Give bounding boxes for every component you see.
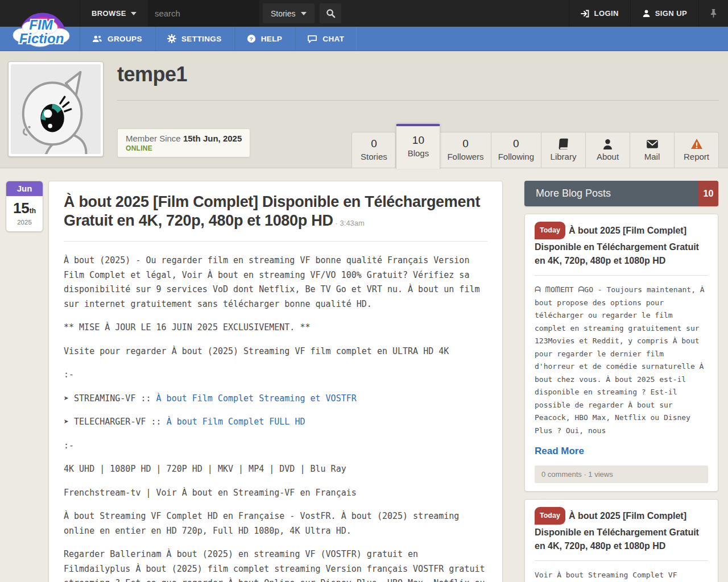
sub-navbar: GROUPS SET	[0, 27, 728, 51]
streaming-prefix: ➤ STREAMING-VF ::	[64, 393, 156, 404]
paragraph: :-	[64, 368, 487, 383]
nav-chat[interactable]: CHAT	[295, 27, 357, 51]
tab-blogs[interactable]: 10 Blogs	[396, 124, 440, 169]
sidebar-blog-card: TodayÀ bout 2025 [Film Complet] Disponib…	[524, 214, 718, 492]
tab-stories[interactable]: 0 Stories	[351, 132, 396, 168]
pin-toggle[interactable]	[698, 0, 728, 27]
search-input[interactable]	[155, 9, 253, 18]
svg-text:?: ?	[249, 36, 253, 42]
avatar[interactable]	[8, 61, 104, 157]
browse-label: BROWSE	[92, 9, 126, 18]
user-icon	[642, 9, 651, 18]
paragraph: Visite pour regarder À bout (2025) Strea…	[64, 344, 487, 359]
member-since-label: Member Since	[126, 134, 181, 143]
paragraph: 4K UHD | 1080P HD | 720P HD | MKV | MP4 …	[64, 462, 487, 477]
sidebar-post-excerpt: Voir À bout Streaming Complet VF Regarde…	[535, 569, 708, 582]
chevron-down-icon	[131, 12, 136, 15]
groups-icon	[92, 35, 102, 43]
paragraph: ** MISE À JOUR LE 16 JUIN 2025 EXCLUSIVE…	[64, 321, 487, 335]
search-button[interactable]	[320, 3, 341, 23]
login-label: LOGIN	[594, 9, 619, 18]
search-scope-dropdown[interactable]: Stories	[263, 3, 315, 23]
search-scope-value: Stories	[271, 9, 296, 18]
divider	[535, 560, 708, 561]
blog-post-body: À bout (2025) - Ou regarder film en stre…	[64, 253, 487, 582]
sidebar-title: More Blog Posts	[524, 181, 718, 206]
top-navbar: BROWSE Stories	[0, 0, 728, 27]
login-button[interactable]: LOGIN	[569, 0, 630, 27]
gear-icon	[167, 34, 176, 43]
paragraph: :-	[64, 439, 487, 454]
today-badge: Today	[535, 507, 565, 525]
blog-count-badge: 10	[698, 181, 718, 206]
telecharger-prefix: ➤ TELECHARGER-VF ::	[64, 417, 167, 427]
help-icon: ?	[247, 34, 256, 43]
fimfiction-logo[interactable]: FIM Fiction	[10, 2, 74, 49]
logo-text-fiction: Fiction	[19, 31, 64, 46]
page-title-username: tempe1	[117, 63, 187, 86]
tab-mail[interactable]: Mail	[630, 132, 675, 168]
profile-tabs: 0 Stories 10 Blogs 0 Followers 0 Followi…	[351, 124, 719, 168]
login-icon	[581, 9, 590, 18]
content-area: Jun 15th 2025 À bout 2025 [Film Complet]…	[0, 169, 728, 582]
signup-button[interactable]: SIGN UP	[630, 0, 698, 27]
chevron-down-icon	[301, 12, 307, 15]
nav-help[interactable]: ? HELP	[234, 27, 295, 51]
blog-post-card: À bout 2025 [Film Complet] Disponible en…	[48, 181, 503, 582]
blog-date-month: Jun	[6, 181, 43, 196]
sidebar-post-title[interactable]: TodayÀ bout 2025 [Film Complet] Disponib…	[535, 223, 708, 268]
divider	[64, 241, 487, 242]
page: BROWSE Stories	[0, 0, 728, 582]
pin-icon	[709, 9, 718, 18]
sidebar-post-title[interactable]: TodayÀ bout 2025 [Film Complet] Disponib…	[535, 508, 708, 553]
signup-label: SIGN UP	[655, 9, 687, 18]
comments-views-bar: 0 comments · 1 views	[535, 465, 708, 483]
status-badge: ONLINE	[126, 144, 242, 152]
search-icon	[326, 9, 336, 18]
nav-groups-label: GROUPS	[107, 35, 142, 43]
nav-help-label: HELP	[261, 35, 283, 43]
paragraph: ➤ TELECHARGER-VF :: À bout Film Complet …	[64, 415, 487, 430]
browse-menu[interactable]: BROWSE	[80, 0, 148, 27]
divider	[117, 100, 719, 101]
blog-post-timestamp: · 3:43am	[336, 219, 365, 227]
blog-date-day: 15th	[6, 196, 43, 218]
logo-text-fim: FIM	[29, 17, 53, 32]
warning-icon	[690, 137, 703, 151]
tab-report[interactable]: Report	[675, 132, 719, 168]
blog-date-badge: Jun 15th 2025	[6, 181, 43, 232]
more-blog-posts-header: More Blog Posts 10	[524, 181, 718, 206]
read-more-link[interactable]: Read More	[535, 446, 584, 457]
chat-icon	[307, 35, 317, 43]
sidebar: More Blog Posts 10 TodayÀ bout 2025 [Fil…	[524, 181, 718, 582]
person-icon	[603, 137, 613, 151]
book-icon	[558, 137, 569, 151]
tab-followers[interactable]: 0 Followers	[440, 132, 491, 168]
paragraph: Regarder Ballerinam À bout (2025) en str…	[64, 547, 487, 582]
nav-groups[interactable]: GROUPS	[80, 27, 155, 51]
paragraph: À bout (2025) - Ou regarder film en stre…	[64, 253, 487, 311]
paragraph: À bout Streaming VF Complet HD en França…	[64, 509, 487, 538]
member-since-box: Member Since 15th Jun, 2025 ONLINE	[117, 128, 250, 157]
profile-header: tempe1 Member Since 15th Jun, 2025 ONLIN…	[0, 51, 728, 168]
member-since-date: 15th Jun, 2025	[183, 134, 242, 143]
tab-about[interactable]: About	[586, 132, 630, 168]
tab-library[interactable]: Library	[541, 132, 586, 168]
divider	[535, 275, 708, 276]
pony-avatar-image	[11, 64, 101, 154]
paragraph: ➤ STREAMING-VF :: À bout Film Complet St…	[64, 392, 487, 406]
blog-post-title[interactable]: À bout 2025 [Film Complet] Disponible en…	[64, 193, 487, 232]
sidebar-post-excerpt: ᗩ ᗰOᗰEΠT ᗩGO - Toujours maintenant, À bo…	[535, 284, 708, 437]
nav-settings[interactable]: SETTINGS	[155, 27, 234, 51]
streaming-link[interactable]: À bout Film Complet Streaming et VOSTFR	[156, 393, 357, 404]
paragraph: Frenchstream-tv | Voir À bout en Streami…	[64, 486, 487, 501]
tab-following[interactable]: 0 Following	[491, 132, 541, 168]
nav-chat-label: CHAT	[322, 35, 344, 43]
search-bar	[148, 0, 259, 27]
mail-icon	[646, 137, 659, 151]
nav-settings-label: SETTINGS	[181, 35, 222, 43]
sidebar-blog-card: TodayÀ bout 2025 [Film Complet] Disponib…	[524, 499, 718, 582]
today-badge: Today	[535, 222, 565, 239]
telecharger-link[interactable]: À bout Film Complet FULL HD	[167, 417, 305, 427]
blog-date-year: 2025	[6, 218, 43, 231]
